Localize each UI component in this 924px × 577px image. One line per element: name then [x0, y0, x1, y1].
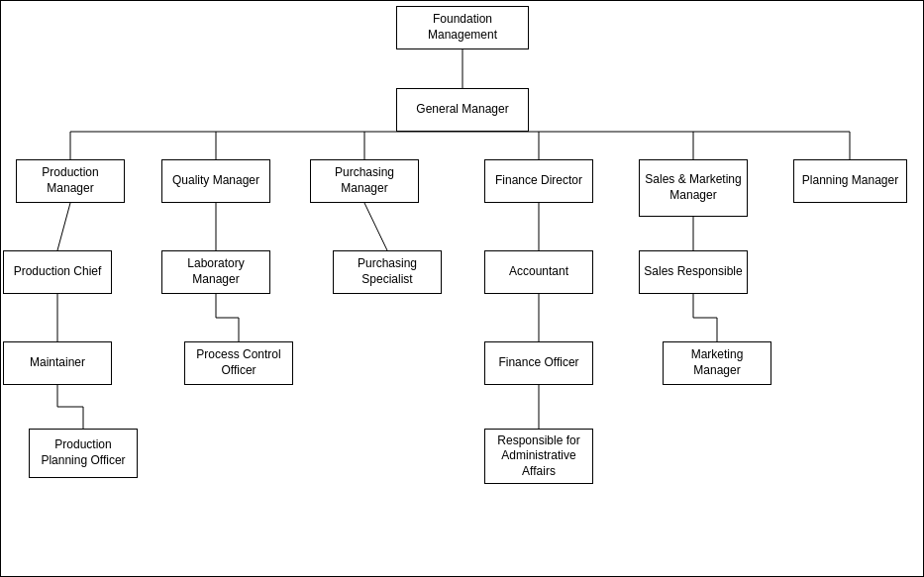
finance-officer-node: Finance Officer	[484, 341, 593, 385]
org-chart: Foundation Management General Manager Pr…	[0, 0, 924, 577]
general-manager-node: General Manager	[396, 88, 529, 132]
quality-manager-node: Quality Manager	[161, 159, 270, 203]
sales-responsible-node: Sales Responsible	[639, 250, 748, 294]
maintainer-node: Maintainer	[3, 341, 112, 385]
foundation-management-node: Foundation Management	[396, 6, 529, 49]
sales-marketing-manager-node: Sales & Marketing Manager	[639, 159, 748, 217]
purchasing-manager-node: Purchasing Manager	[310, 159, 419, 203]
accountant-node: Accountant	[484, 250, 593, 294]
production-planning-officer-node: Production Planning Officer	[29, 429, 138, 478]
responsible-admin-node: Responsible for Administrative Affairs	[484, 429, 593, 484]
laboratory-manager-node: Laboratory Manager	[161, 250, 270, 294]
purchasing-specialist-node: Purchasing Specialist	[333, 250, 442, 294]
finance-director-node: Finance Director	[484, 159, 593, 203]
marketing-manager-node: Marketing Manager	[663, 341, 771, 385]
svg-line-10	[57, 203, 70, 250]
process-control-officer-node: Process Control Officer	[184, 341, 293, 385]
production-chief-node: Production Chief	[3, 250, 112, 294]
planning-manager-node: Planning Manager	[793, 159, 907, 203]
svg-line-19	[364, 203, 387, 250]
production-manager-node: Production Manager	[16, 159, 125, 203]
